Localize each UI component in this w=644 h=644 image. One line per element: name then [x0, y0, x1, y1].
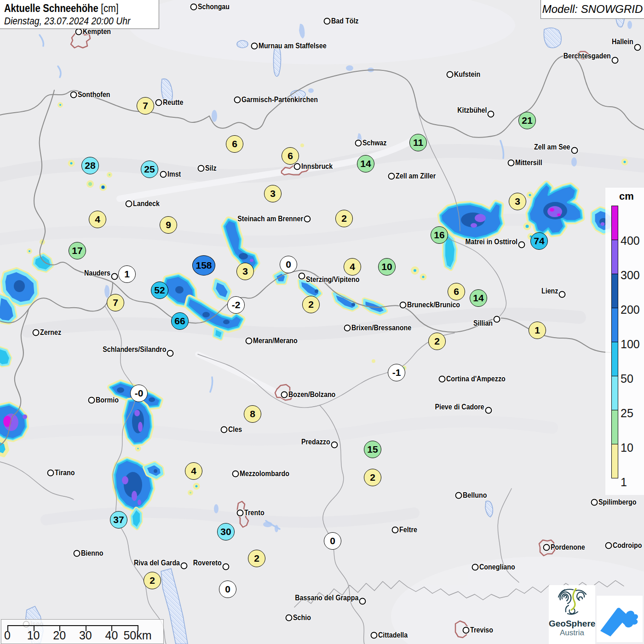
legend-segment — [611, 410, 618, 444]
mountain-logo-icon — [597, 596, 643, 642]
title-box: Aktuelle Schneehöhe [cm] Dienstag, 23.07… — [0, 0, 159, 29]
geosphere-logo-icon — [558, 587, 587, 616]
snow-depth-map: SchongauBad TölzKemptenMurnau am Staffel… — [0, 0, 644, 644]
map-title-unit: [cm] — [101, 2, 118, 14]
legend-segment — [611, 444, 618, 478]
map-datetime: Dienstag, 23.07.2024 20:00 Uhr — [4, 15, 140, 27]
scale-bar-label: 20 — [53, 629, 66, 642]
legend-segment — [611, 274, 618, 308]
scale-bar: 01020304050km — [1, 619, 164, 644]
scale-bar-label: 50km — [123, 629, 151, 642]
legend-segment — [611, 308, 618, 342]
scale-bar-label: 40 — [105, 629, 118, 642]
legend-segment — [611, 240, 618, 274]
map-graphics — [0, 0, 644, 644]
scale-bar-line — [7, 625, 138, 626]
legend-segment — [611, 342, 618, 376]
model-box: Modell: SNOWGRID — [540, 0, 644, 19]
legend-segment — [611, 376, 618, 410]
geosphere-country: Austria — [549, 628, 595, 637]
legend-color-bar — [611, 206, 618, 478]
scale-bar-label: 10 — [27, 629, 40, 642]
scale-bar-label: 30 — [79, 629, 92, 642]
scale-bar-label: 0 — [4, 629, 11, 642]
model-label: Modell: SNOWGRID — [542, 3, 643, 16]
map-title-line: Aktuelle Schneehöhe [cm] — [4, 2, 140, 15]
map-title: Aktuelle Schneehöhe — [4, 2, 98, 14]
geosphere-wordmark: GeoSphere — [549, 619, 595, 628]
legend-segment — [611, 206, 618, 240]
geosphere-logo: GeoSphere Austria — [549, 585, 595, 644]
partner-logo — [597, 596, 643, 642]
legend-unit-label: cm — [619, 190, 634, 202]
